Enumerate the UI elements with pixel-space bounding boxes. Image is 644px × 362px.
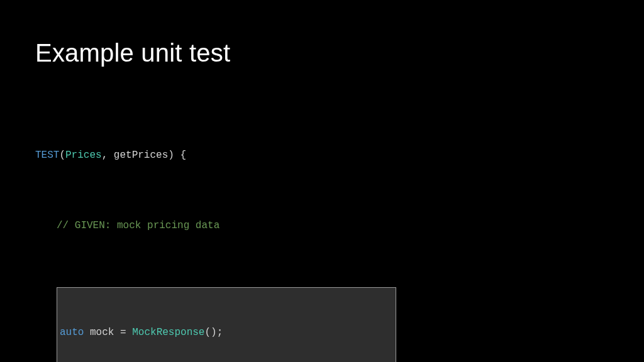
slide: Example unit test TEST(Prices, getPrices… bbox=[0, 0, 644, 362]
token-identifier: getPrices bbox=[114, 150, 168, 161]
token-punc: ( bbox=[59, 150, 65, 161]
token-punc: , bbox=[102, 150, 114, 161]
token-punc: (); bbox=[204, 327, 223, 338]
token-type: Prices bbox=[65, 150, 102, 161]
code-line-3: auto mock = MockResponse(); bbox=[57, 324, 396, 341]
code-line-1: TEST(Prices, getPrices) { bbox=[35, 146, 609, 164]
token-space bbox=[84, 327, 90, 338]
token-type: MockResponse bbox=[132, 327, 204, 338]
token-punc: ) { bbox=[168, 150, 186, 161]
token-keyword: auto bbox=[60, 327, 84, 338]
token-identifier: mock bbox=[90, 327, 114, 338]
code-block: TEST(Prices, getPrices) { // GIVEN: mock… bbox=[35, 94, 609, 362]
slide-title: Example unit test bbox=[35, 39, 609, 67]
highlight-box: auto mock = MockResponse(); mock.add(Pri… bbox=[57, 287, 396, 362]
token-macro: TEST bbox=[35, 150, 59, 161]
token-punc: = bbox=[114, 327, 132, 338]
code-line-2: // GIVEN: mock pricing data bbox=[35, 217, 609, 234]
